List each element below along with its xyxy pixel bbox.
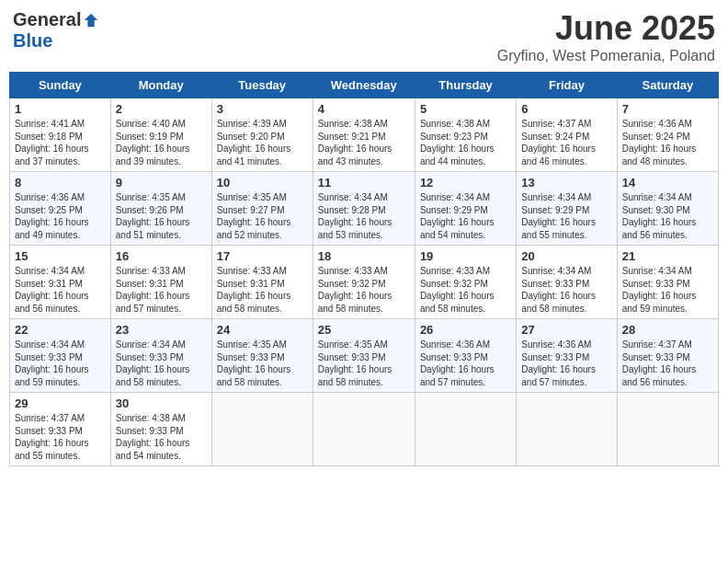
day-info: Sunrise: 4:34 AM Sunset: 9:28 PM Dayligh… (318, 191, 410, 241)
day-info: Sunrise: 4:34 AM Sunset: 9:31 PM Dayligh… (15, 265, 106, 315)
day-number: 25 (318, 323, 410, 337)
day-info: Sunrise: 4:35 AM Sunset: 9:33 PM Dayligh… (217, 339, 308, 388)
calendar-cell: 25Sunrise: 4:35 AM Sunset: 9:33 PM Dayli… (313, 319, 415, 393)
day-number: 2 (116, 102, 207, 116)
calendar-cell: 9Sunrise: 4:35 AM Sunset: 9:26 PM Daylig… (110, 172, 211, 246)
day-info: Sunrise: 4:33 AM Sunset: 9:32 PM Dayligh… (318, 265, 410, 315)
calendar-week-row: 8Sunrise: 4:36 AM Sunset: 9:25 PM Daylig… (10, 172, 719, 246)
day-info: Sunrise: 4:37 AM Sunset: 9:24 PM Dayligh… (521, 118, 611, 167)
day-number: 18 (318, 249, 410, 263)
calendar-cell: 18Sunrise: 4:33 AM Sunset: 9:32 PM Dayli… (313, 246, 415, 319)
day-info: Sunrise: 4:41 AM Sunset: 9:18 PM Dayligh… (15, 118, 106, 167)
calendar-cell: 24Sunrise: 4:35 AM Sunset: 9:33 PM Dayli… (211, 319, 313, 393)
day-info: Sunrise: 4:34 AM Sunset: 9:33 PM Dayligh… (521, 265, 611, 315)
day-number: 15 (15, 249, 106, 263)
day-number: 14 (622, 176, 713, 190)
calendar-cell: 7Sunrise: 4:36 AM Sunset: 9:24 PM Daylig… (617, 98, 718, 172)
day-info: Sunrise: 4:34 AM Sunset: 9:33 PM Dayligh… (116, 339, 207, 388)
day-info: Sunrise: 4:33 AM Sunset: 9:31 PM Dayligh… (116, 265, 207, 315)
day-info: Sunrise: 4:34 AM Sunset: 9:33 PM Dayligh… (15, 339, 106, 388)
day-info: Sunrise: 4:33 AM Sunset: 9:32 PM Dayligh… (420, 265, 511, 315)
day-number: 5 (420, 102, 511, 116)
day-number: 11 (318, 176, 410, 190)
day-number: 26 (420, 323, 511, 337)
day-header-saturday: Saturday (617, 73, 718, 98)
header: General Blue June 2025 Gryfino, West Pom… (9, 9, 719, 64)
day-number: 20 (521, 249, 611, 263)
day-number: 30 (116, 396, 207, 410)
day-number: 17 (217, 249, 308, 263)
svg-marker-0 (85, 13, 97, 26)
calendar-header-row: SundayMondayTuesdayWednesdayThursdayFrid… (10, 73, 719, 98)
calendar: SundayMondayTuesdayWednesdayThursdayFrid… (9, 72, 719, 466)
day-info: Sunrise: 4:34 AM Sunset: 9:29 PM Dayligh… (420, 191, 511, 241)
day-info: Sunrise: 4:37 AM Sunset: 9:33 PM Dayligh… (15, 412, 106, 462)
calendar-cell (313, 393, 415, 466)
day-info: Sunrise: 4:36 AM Sunset: 9:33 PM Dayligh… (521, 339, 611, 388)
day-number: 21 (622, 249, 713, 263)
day-number: 4 (318, 102, 410, 116)
day-number: 23 (116, 323, 207, 337)
calendar-cell: 8Sunrise: 4:36 AM Sunset: 9:25 PM Daylig… (10, 172, 111, 246)
calendar-cell: 5Sunrise: 4:38 AM Sunset: 9:23 PM Daylig… (415, 98, 516, 172)
day-info: Sunrise: 4:38 AM Sunset: 9:33 PM Dayligh… (116, 412, 207, 462)
calendar-cell: 20Sunrise: 4:34 AM Sunset: 9:33 PM Dayli… (517, 246, 617, 319)
logo: General Blue (13, 9, 101, 52)
calendar-cell (617, 393, 718, 466)
day-number: 22 (15, 323, 106, 337)
calendar-cell (211, 393, 313, 466)
day-info: Sunrise: 4:34 AM Sunset: 9:29 PM Dayligh… (521, 191, 611, 241)
title-area: June 2025 Gryfino, West Pomerania, Polan… (497, 9, 715, 64)
calendar-cell: 14Sunrise: 4:34 AM Sunset: 9:30 PM Dayli… (617, 172, 718, 246)
calendar-cell: 6Sunrise: 4:37 AM Sunset: 9:24 PM Daylig… (517, 98, 617, 172)
day-header-wednesday: Wednesday (313, 73, 415, 98)
day-header-sunday: Sunday (10, 73, 111, 98)
day-info: Sunrise: 4:33 AM Sunset: 9:31 PM Dayligh… (217, 265, 308, 315)
day-info: Sunrise: 4:35 AM Sunset: 9:33 PM Dayligh… (318, 339, 410, 388)
calendar-week-row: 22Sunrise: 4:34 AM Sunset: 9:33 PM Dayli… (10, 319, 719, 393)
day-number: 3 (217, 102, 308, 116)
day-number: 6 (521, 102, 611, 116)
calendar-cell: 23Sunrise: 4:34 AM Sunset: 9:33 PM Dayli… (110, 319, 211, 393)
calendar-week-row: 15Sunrise: 4:34 AM Sunset: 9:31 PM Dayli… (10, 246, 719, 319)
day-info: Sunrise: 4:34 AM Sunset: 9:30 PM Dayligh… (622, 191, 713, 241)
calendar-cell (517, 393, 617, 466)
day-info: Sunrise: 4:38 AM Sunset: 9:21 PM Dayligh… (318, 118, 410, 167)
calendar-cell (415, 393, 516, 466)
day-info: Sunrise: 4:40 AM Sunset: 9:19 PM Dayligh… (116, 118, 207, 167)
day-number: 9 (116, 176, 207, 190)
calendar-cell: 3Sunrise: 4:39 AM Sunset: 9:20 PM Daylig… (211, 98, 313, 172)
logo-icon (83, 12, 99, 29)
calendar-week-row: 29Sunrise: 4:37 AM Sunset: 9:33 PM Dayli… (10, 393, 719, 466)
day-number: 1 (15, 102, 106, 116)
calendar-cell: 11Sunrise: 4:34 AM Sunset: 9:28 PM Dayli… (313, 172, 415, 246)
day-number: 13 (521, 176, 611, 190)
calendar-cell: 12Sunrise: 4:34 AM Sunset: 9:29 PM Dayli… (415, 172, 516, 246)
day-info: Sunrise: 4:36 AM Sunset: 9:24 PM Dayligh… (622, 118, 713, 167)
calendar-cell: 26Sunrise: 4:36 AM Sunset: 9:33 PM Dayli… (415, 319, 516, 393)
calendar-cell: 13Sunrise: 4:34 AM Sunset: 9:29 PM Dayli… (517, 172, 617, 246)
day-header-thursday: Thursday (415, 73, 516, 98)
day-info: Sunrise: 4:36 AM Sunset: 9:33 PM Dayligh… (420, 339, 511, 388)
calendar-cell: 21Sunrise: 4:34 AM Sunset: 9:33 PM Dayli… (617, 246, 718, 319)
calendar-cell: 29Sunrise: 4:37 AM Sunset: 9:33 PM Dayli… (10, 393, 111, 466)
calendar-cell: 17Sunrise: 4:33 AM Sunset: 9:31 PM Dayli… (211, 246, 313, 319)
calendar-cell: 4Sunrise: 4:38 AM Sunset: 9:21 PM Daylig… (313, 98, 415, 172)
day-info: Sunrise: 4:37 AM Sunset: 9:33 PM Dayligh… (622, 339, 713, 388)
logo-general: General (13, 9, 81, 30)
calendar-cell: 2Sunrise: 4:40 AM Sunset: 9:19 PM Daylig… (110, 98, 211, 172)
day-header-tuesday: Tuesday (211, 73, 313, 98)
day-info: Sunrise: 4:36 AM Sunset: 9:25 PM Dayligh… (15, 191, 106, 241)
day-number: 12 (420, 176, 511, 190)
calendar-cell: 15Sunrise: 4:34 AM Sunset: 9:31 PM Dayli… (10, 246, 111, 319)
day-info: Sunrise: 4:35 AM Sunset: 9:26 PM Dayligh… (116, 191, 207, 241)
day-number: 10 (217, 176, 308, 190)
day-header-friday: Friday (517, 73, 617, 98)
day-number: 29 (15, 396, 106, 410)
calendar-cell: 10Sunrise: 4:35 AM Sunset: 9:27 PM Dayli… (211, 172, 313, 246)
calendar-cell: 28Sunrise: 4:37 AM Sunset: 9:33 PM Dayli… (617, 319, 718, 393)
calendar-cell: 30Sunrise: 4:38 AM Sunset: 9:33 PM Dayli… (110, 393, 211, 466)
day-number: 24 (217, 323, 308, 337)
calendar-cell: 16Sunrise: 4:33 AM Sunset: 9:31 PM Dayli… (110, 246, 211, 319)
day-number: 16 (116, 249, 207, 263)
